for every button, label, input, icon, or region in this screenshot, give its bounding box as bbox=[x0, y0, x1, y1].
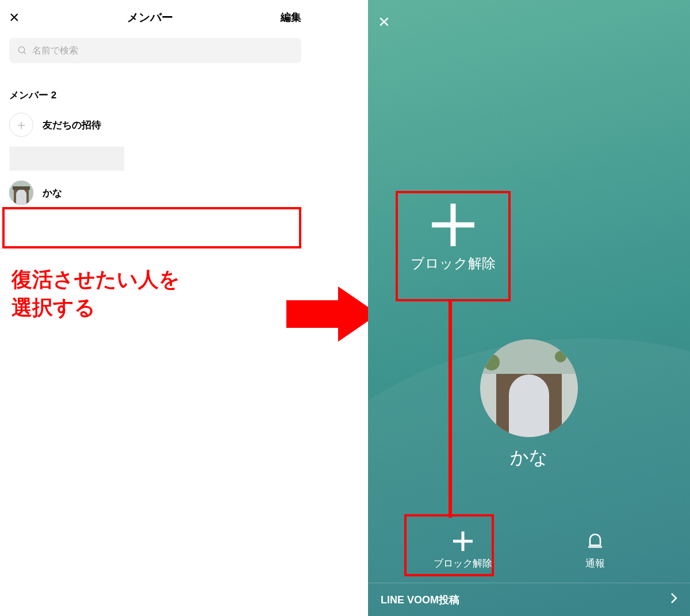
annotation-connector bbox=[448, 299, 452, 518]
search-input[interactable]: 名前で検索 bbox=[9, 38, 301, 63]
report-label: 通報 bbox=[585, 557, 605, 570]
section-header: メンバー 2 bbox=[9, 89, 301, 102]
members-screen: × メンバー 編集 名前で検索 メンバー 2 ＋ 友だちの招待 かな 復活させた… bbox=[0, 0, 310, 616]
svg-rect-4 bbox=[13, 186, 30, 190]
svg-point-11 bbox=[484, 354, 500, 370]
plus-icon: ＋ bbox=[9, 113, 33, 137]
arrow-icon bbox=[286, 286, 378, 342]
svg-point-0 bbox=[18, 47, 25, 53]
svg-line-1 bbox=[24, 52, 26, 54]
line-voom-row[interactable]: LINE VOOM投稿 bbox=[368, 583, 690, 616]
report-button[interactable]: 通報 bbox=[555, 529, 635, 570]
profile-name: かな bbox=[510, 445, 548, 470]
search-icon bbox=[17, 45, 28, 56]
bell-icon bbox=[585, 529, 605, 553]
page-title: メンバー bbox=[127, 10, 173, 25]
member-row-hidden[interactable] bbox=[0, 142, 310, 175]
annotation-highlight-unblock-big bbox=[396, 191, 511, 301]
header: × メンバー 編集 bbox=[0, 0, 310, 35]
chevron-right-icon bbox=[670, 592, 677, 607]
annotation-highlight-unblock-small bbox=[404, 514, 494, 576]
invite-label: 友だちの招待 bbox=[43, 118, 101, 132]
avatar[interactable] bbox=[480, 339, 578, 437]
profile: かな bbox=[480, 339, 578, 470]
invite-friends-row[interactable]: ＋ 友だちの招待 bbox=[0, 108, 310, 142]
close-icon[interactable]: × bbox=[378, 10, 390, 33]
svg-marker-5 bbox=[286, 286, 378, 342]
edit-button[interactable]: 編集 bbox=[281, 10, 301, 24]
search-placeholder: 名前で検索 bbox=[32, 45, 78, 57]
voom-label: LINE VOOM投稿 bbox=[381, 593, 459, 607]
avatar bbox=[9, 181, 33, 205]
member-name: かな bbox=[43, 186, 62, 200]
profile-screen: × ブロック解除 かな ブロック解除 通報 LINE VOOM投稿 bbox=[368, 0, 690, 616]
annotation-text: 復活させたい人を 選択する bbox=[12, 266, 180, 322]
close-icon[interactable]: × bbox=[9, 9, 20, 26]
redacted-member bbox=[9, 147, 124, 171]
member-row[interactable]: かな bbox=[0, 175, 310, 210]
svg-point-10 bbox=[555, 351, 566, 362]
annotation-highlight-member bbox=[2, 207, 301, 248]
